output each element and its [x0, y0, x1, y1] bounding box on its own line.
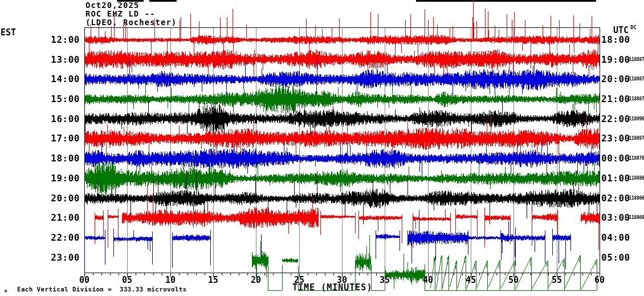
est-hour-label: 12:00 [23, 35, 80, 45]
est-hour-label: 19:00 [23, 173, 80, 184]
dc-value: -1188865 [626, 176, 644, 181]
dc-value: -1188695 [626, 215, 644, 221]
x-tick-label: 40 [417, 275, 439, 285]
dc-value: -1188872 [626, 96, 644, 102]
x-tick-label: 15 [202, 275, 225, 285]
dc-column-label: DC [630, 25, 637, 30]
header-station: ROC EHZ LD -- [85, 10, 156, 18]
scale-note: Each Vertical Division = 333.33 microvol… [17, 286, 187, 293]
x-axis-title: TIME (MINUTES) [292, 282, 372, 293]
x-tick-label: 10 [159, 275, 182, 285]
est-hour-label: 21:00 [23, 213, 80, 223]
utc-hour-label: 04:00 [601, 233, 630, 243]
dc-value: -1188878 [626, 76, 644, 82]
header-date: Oct20,2025 [85, 1, 139, 10]
est-hour-label: 18:00 [23, 153, 80, 164]
utc-hour-label: 18:00 [601, 35, 630, 45]
est-hour-label: 17:00 [23, 133, 80, 144]
x-tick-label: 05 [116, 275, 138, 285]
est-hour-label: 22:00 [23, 233, 80, 243]
seismogram-canvas [0, 0, 644, 296]
utc-hour-label: 05:00 [601, 253, 630, 263]
est-hour-label: 13:00 [23, 55, 80, 65]
x-tick-label: 60 [588, 275, 611, 285]
x-tick-label: 50 [502, 275, 525, 285]
dc-value: -1188763 [626, 156, 644, 161]
x-tick-label: 00 [73, 275, 96, 285]
corner-micro-glyph: M [5, 289, 7, 294]
est-hour-label: 20:00 [23, 193, 80, 204]
header-location: (LDEO, Rochester) [85, 18, 177, 27]
x-tick-label: 45 [459, 275, 482, 285]
dc-value: -1188878 [626, 136, 644, 141]
dc-value: -1188873 [626, 57, 644, 63]
heliplot-screen: { "header": { "date": "Oct20,2025", "sta… [0, 0, 644, 296]
left-axis-label: EST [1, 27, 16, 38]
est-hour-label: 14:00 [23, 74, 80, 84]
est-hour-label: 16:00 [23, 114, 80, 124]
dc-value: -1188966 [626, 116, 644, 122]
est-hour-label: 15:00 [23, 94, 80, 104]
x-tick-label: 55 [545, 275, 568, 285]
est-hour-label: 23:00 [23, 253, 80, 263]
x-tick-label: 20 [244, 275, 267, 285]
dc-value: -1188661 [626, 196, 644, 201]
x-tick-label: 35 [373, 275, 396, 285]
